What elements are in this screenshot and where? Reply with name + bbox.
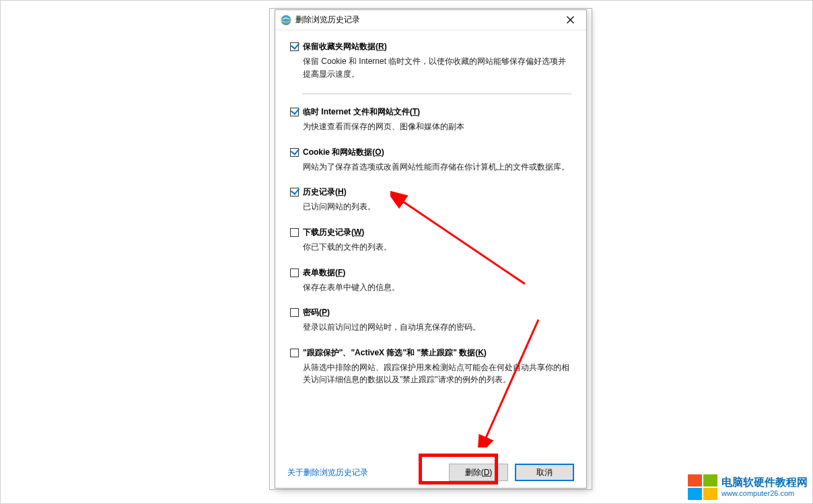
checkbox-form-data[interactable]: [290, 268, 299, 277]
option-label: 临时 Internet 文件和网站文件(T): [303, 106, 420, 118]
checkbox-tracking-protection[interactable]: [290, 349, 299, 357]
option-label: Cookie 和网站数据(O): [303, 147, 384, 158]
dialog-footer: 关于删除浏览历史记录 删除(D) 取消: [275, 457, 586, 488]
checkbox-cookies[interactable]: [290, 148, 299, 157]
option-preserve-favorites: 保留收藏夹网站数据(R) 保留 Cookie 和 Internet 临时文件，以…: [290, 41, 571, 80]
checkbox-history[interactable]: [290, 188, 299, 196]
option-download-history: 下载历史记录(W) 你已下载的文件的列表。: [290, 227, 571, 254]
delete-button[interactable]: 删除(D): [449, 464, 508, 481]
checkbox-passwords[interactable]: [290, 308, 299, 317]
dialog-titlebar: 删除浏览历史记录: [275, 10, 586, 30]
close-button[interactable]: [557, 11, 584, 30]
option-label: 保留收藏夹网站数据(R): [303, 41, 387, 52]
option-history: 历史记录(H) 已访问网站的列表。: [290, 186, 571, 213]
option-desc: 你已下载的文件的列表。: [303, 241, 571, 254]
watermark-logo-icon: [688, 474, 717, 500]
checkbox-download-history[interactable]: [290, 228, 299, 237]
ie-options-icon: [281, 15, 291, 26]
option-desc: 从筛选中排除的网站、跟踪保护用来检测站点可能会在何处自动共享你的相关访问详细信息…: [303, 361, 571, 386]
option-label: 历史记录(H): [303, 186, 347, 198]
option-label: 表单数据(F): [303, 267, 345, 279]
option-desc: 已访问网站的列表。: [303, 201, 571, 213]
svg-point-0: [281, 15, 291, 25]
option-tracking-protection: "跟踪保护"、"ActiveX 筛选"和 "禁止跟踪" 数据(K) 从筛选中排除…: [290, 347, 571, 386]
about-delete-history-link[interactable]: 关于删除浏览历史记录: [287, 467, 368, 478]
checkbox-preserve-favorites[interactable]: [290, 42, 299, 51]
option-desc: 网站为了保存首选项或改善网站性能而存储在你计算机上的文件或数据库。: [303, 161, 571, 174]
dialog-title: 删除浏览历史记录: [295, 14, 557, 26]
checkbox-temp-internet-files[interactable]: [290, 108, 299, 116]
delete-browsing-history-dialog: 删除浏览历史记录 保留收藏夹网站数据(R) 保留 Cookie 和 Intern…: [275, 9, 587, 489]
close-icon: [567, 16, 574, 24]
watermark-text: 电脑软硬件教程网 www.computer26.com: [721, 476, 808, 497]
option-form-data: 表单数据(F) 保存在表单中键入的信息。: [290, 267, 571, 294]
option-desc: 登录以前访问过的网站时，自动填充保存的密码。: [303, 321, 571, 334]
watermark-url: www.computer26.com: [721, 489, 808, 498]
option-label: 密码(P): [303, 307, 330, 318]
watermark: 电脑软硬件教程网 www.computer26.com: [688, 474, 808, 500]
option-desc: 保留 Cookie 和 Internet 临时文件，以使你收藏的网站能够保存偏好…: [303, 55, 571, 80]
option-label: 下载历史记录(W): [303, 227, 364, 238]
option-cookies: Cookie 和网站数据(O) 网站为了保存首选项或改善网站性能而存储在你计算机…: [290, 147, 571, 174]
watermark-title: 电脑软硬件教程网: [721, 476, 808, 489]
cancel-button[interactable]: 取消: [515, 464, 574, 481]
option-temp-internet-files: 临时 Internet 文件和网站文件(T) 为快速查看而保存的网页、图像和媒体…: [290, 106, 571, 133]
option-label: "跟踪保护"、"ActiveX 筛选"和 "禁止跟踪" 数据(K): [303, 347, 487, 359]
option-desc: 为快速查看而保存的网页、图像和媒体的副本: [303, 120, 571, 133]
option-passwords: 密码(P) 登录以前访问过的网站时，自动填充保存的密码。: [290, 307, 571, 334]
divider: [302, 94, 571, 94]
dialog-content: 保留收藏夹网站数据(R) 保留 Cookie 和 Internet 临时文件，以…: [275, 30, 586, 457]
option-desc: 保存在表单中键入的信息。: [303, 281, 571, 294]
